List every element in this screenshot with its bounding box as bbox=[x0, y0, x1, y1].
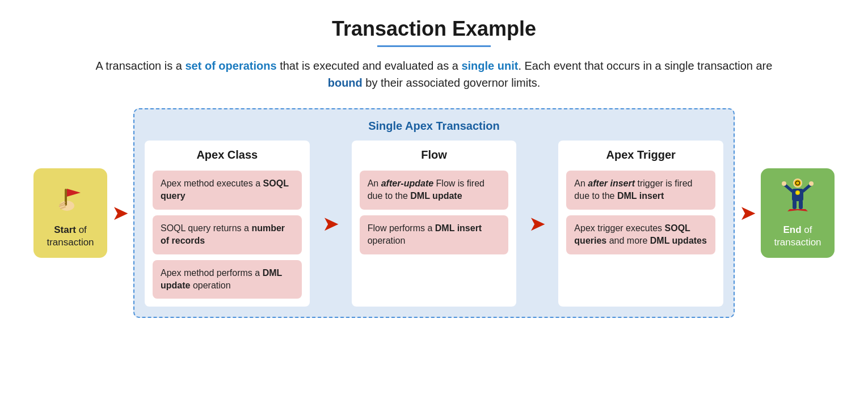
apex-trigger-item-1: An after insert trigger is fired due to … bbox=[566, 171, 715, 210]
start-bold: Start bbox=[54, 224, 76, 235]
page-title: Transaction Example bbox=[332, 17, 536, 41]
desc-highlight1: set of operations bbox=[185, 60, 276, 72]
arrow-icon-2: ➤ bbox=[529, 212, 546, 236]
end-label: End oftransaction bbox=[774, 224, 821, 249]
svg-point-12 bbox=[782, 181, 786, 186]
flow-column: Flow An after-update Flow is fired due t… bbox=[352, 141, 517, 307]
start-box: Start oftransaction bbox=[33, 168, 107, 258]
apex-trigger-item-2: Apex trigger executes SOQL queries and m… bbox=[566, 215, 715, 254]
title-underline bbox=[377, 45, 491, 47]
columns-row: Apex Class Apex method executes a SOQL q… bbox=[145, 141, 723, 307]
apex-trigger-title: Apex Trigger bbox=[566, 148, 715, 162]
desc-part3: . Each event that occurs in a single tra… bbox=[518, 60, 772, 72]
svg-rect-15 bbox=[799, 200, 803, 209]
svg-rect-1 bbox=[65, 189, 67, 206]
desc-part2: that is executed and evaluated as a bbox=[277, 60, 462, 72]
arrow-flow-to-trigger: ➤ bbox=[524, 141, 550, 307]
arrow-start-to-transaction: ➤ bbox=[112, 201, 129, 225]
desc-highlight3: bound bbox=[328, 76, 363, 89]
start-icon bbox=[52, 177, 89, 219]
end-icon-svg bbox=[779, 177, 816, 214]
start-icon-svg bbox=[52, 177, 89, 214]
apex-class-item-1: Apex method executes a SOQL query bbox=[153, 171, 302, 210]
svg-marker-16 bbox=[787, 209, 808, 211]
apex-class-title: Apex Class bbox=[153, 148, 302, 162]
svg-point-13 bbox=[809, 181, 814, 186]
svg-marker-2 bbox=[67, 189, 81, 197]
apex-class-column: Apex Class Apex method executes a SOQL q… bbox=[145, 141, 310, 307]
apex-class-item-2: SOQL query returns a number of records bbox=[153, 215, 302, 254]
arrow-apex-to-flow: ➤ bbox=[318, 141, 344, 307]
desc-highlight2: single unit bbox=[461, 60, 518, 72]
desc-part1: A transaction is a bbox=[96, 60, 186, 72]
flow-item-2: Flow performs a DML insert operation bbox=[360, 215, 509, 254]
diagram-wrapper: Start oftransaction ➤ Single Apex Transa… bbox=[23, 108, 845, 318]
svg-point-18 bbox=[797, 192, 799, 194]
transaction-container: Single Apex Transaction Apex Class Apex … bbox=[133, 108, 735, 318]
apex-trigger-column: Apex Trigger An after insert trigger is … bbox=[558, 141, 723, 307]
description: A transaction is a set of operations tha… bbox=[94, 57, 774, 91]
svg-point-8 bbox=[796, 181, 799, 185]
svg-rect-14 bbox=[793, 200, 797, 209]
end-bold: End bbox=[783, 224, 801, 235]
arrow-icon-1: ➤ bbox=[322, 212, 339, 236]
start-label: Start oftransaction bbox=[47, 224, 94, 249]
apex-class-item-3: Apex method performs a DML update operat… bbox=[153, 260, 302, 299]
end-icon bbox=[779, 177, 816, 219]
arrow-transaction-to-end: ➤ bbox=[739, 201, 756, 225]
transaction-title: Single Apex Transaction bbox=[145, 120, 723, 133]
end-box: End oftransaction bbox=[761, 168, 835, 258]
desc-part4: by their associated governor limits. bbox=[363, 76, 540, 89]
flow-item-1: An after-update Flow is fired due to the… bbox=[360, 171, 509, 210]
flow-title: Flow bbox=[360, 148, 509, 162]
